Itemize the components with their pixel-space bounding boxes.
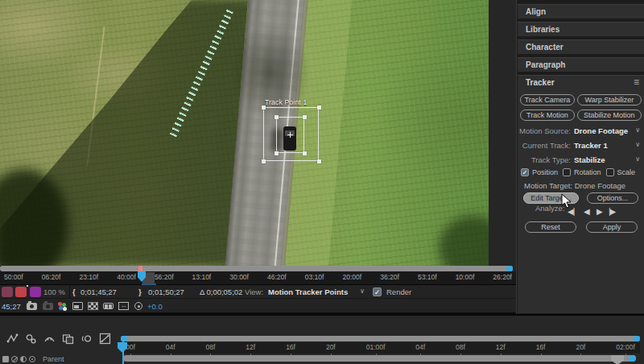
view-label: View: [245,287,263,296]
apply-button[interactable]: Apply [586,221,638,233]
panel-menu-icon[interactable]: ≡ [634,76,639,89]
track-camera-button[interactable]: Track Camera [520,94,575,105]
track-handle[interactable] [275,151,279,155]
current-track-label: Current Track: [518,141,571,150]
track-handle[interactable] [303,151,307,155]
track-handle[interactable] [317,105,321,110]
track-point-label: Track Point 1 [265,98,307,106]
current-time-display[interactable]: 45;27 [2,302,21,311]
set-in-point-button[interactable]: { [72,287,76,296]
warp-stabilizer-button[interactable]: Warp Stabilizer [577,94,642,105]
rotation-checkbox[interactable] [563,168,571,176]
show-snapshot-icon[interactable] [43,301,53,311]
track-handle[interactable] [303,115,307,119]
ruler-tick: 04f [415,343,425,354]
navigator-end-cap[interactable] [506,266,513,271]
ruler-tick: 20f [576,343,585,354]
track-handle[interactable] [317,159,321,163]
panel-tab-libraries[interactable]: Libraries [518,22,644,36]
out-point-time: 0;01;50;27 [148,287,184,296]
track-handle[interactable] [262,159,266,163]
shy-layers-icon[interactable] [43,333,56,345]
graph-editor-icon[interactable] [99,333,111,345]
3d-view-icon[interactable] [103,301,114,311]
badge-icon-3[interactable] [30,287,41,297]
in-out-pane-icon[interactable] [20,356,27,362]
ruler-tick: 46:20f [267,273,287,284]
motion-blur-icon[interactable] [80,333,93,345]
stabilize-motion-button[interactable]: Stabilize Motion [577,110,642,121]
analyze-forward-frame-button[interactable]: |▶ [609,207,615,216]
scale-checkbox[interactable] [606,168,614,176]
panel-tab-character[interactable]: Character [518,39,644,54]
exposure-icon[interactable] [134,301,144,311]
badge-icon-1[interactable] [2,287,13,297]
tracker-panel: Tracker ≡ Track Camera Warp Stabilizer T… [518,75,644,313]
motion-source-dropdown[interactable]: Drone Footage [574,126,628,135]
time-navigator-bar[interactable] [0,266,513,271]
ruler-tick: 13:10f [192,273,212,284]
comp-marker-button[interactable] [611,355,624,364]
motion-source-label: Motion Source: [518,126,571,135]
set-out-point-button[interactable]: } [138,287,142,296]
mini-flowchart-icon[interactable] [6,333,19,345]
ruler-tick: 10:00f [456,273,475,284]
analyze-label: Analyze: [535,204,564,213]
draft-3d-icon[interactable] [25,333,37,345]
track-handle[interactable] [275,115,279,119]
panel-tab-paragraph[interactable]: Paragraph [518,57,644,72]
exposure-value[interactable]: +0.0 [147,302,163,311]
ruler-tick: 03:10f [305,273,324,284]
render-checkbox[interactable]: ✓ [373,287,382,296]
layer-time-ruler[interactable]: 50:00f 06:20f 23:10f 40:00f 56:20f 13:10… [0,271,516,285]
options-button[interactable]: Options... [587,192,638,204]
badge-icon-2[interactable] [15,287,27,297]
timeline-navigator-bar[interactable] [121,336,640,341]
render-label: Render [386,287,411,296]
timeline-ruler[interactable]: 00f 04f 08f 12f 16f 20f 01:00f 04f 08f 1… [121,342,640,354]
track-type-dropdown[interactable]: Stabilize [574,155,605,164]
current-track-dropdown[interactable]: Tracker 1 [574,141,608,150]
snapshot-camera-icon[interactable] [27,301,37,311]
footage-viewport[interactable]: Track Point 1 [0,0,489,266]
render-time-pane-icon[interactable] [29,356,35,362]
ruler-tick: 20:00f [342,273,361,284]
timeline-panel: 00f 04f 08f 12f 16f 20f 01:00f 04f 08f 1… [0,314,644,364]
tracker-panel-header[interactable]: Tracker ≡ [518,76,644,90]
attach-point[interactable] [287,132,293,138]
ruler-tick: 04f [166,343,175,354]
analyze-forward-button[interactable]: ▶ [597,207,602,216]
ruler-tick: 30:00f [229,273,249,284]
motion-target-text: Motion Target: Drone Footage [524,181,625,190]
ruler-tick: 36:20f [380,273,399,284]
chevron-down-icon[interactable]: ∨ [635,155,640,163]
layer-info-bar: 100 % { 0;01;45;27 } 0;01;50;27 Δ 0;00;0… [0,285,516,299]
chevron-down-icon[interactable]: ∨ [635,141,640,148]
region-of-interest-icon[interactable] [72,301,83,311]
tracker-panel-title: Tracker [526,78,555,87]
ruler-tick: 23:10f [79,273,98,284]
ruler-tick: 53:10f [418,273,437,284]
position-checkbox[interactable]: ✓ [521,168,529,176]
toggle-switches-icon[interactable] [2,356,9,362]
panel-tab-align[interactable]: Align [518,4,644,19]
chevron-down-icon[interactable]: ∨ [635,126,640,134]
view-dropdown[interactable]: Motion Tracker Points [268,287,348,296]
ruler-tick: 26:20f [493,273,512,284]
chevron-down-icon[interactable]: ∨ [360,287,365,295]
analyze-backward-button[interactable]: ◀ [584,207,589,216]
transfer-controls-icon[interactable] [11,356,18,362]
road-shadow-patch [230,24,311,121]
show-channel-icon[interactable] [57,301,68,311]
pixel-aspect-icon[interactable]: ↔ [118,301,129,311]
frame-blend-icon[interactable] [62,333,74,345]
position-label: Position [532,168,558,176]
reset-button[interactable]: Reset [525,221,576,233]
rotation-label: Rotation [574,168,601,176]
track-motion-button[interactable]: Track Motion [520,110,575,121]
zoom-level-dropdown[interactable]: 100 % [43,287,65,296]
transparency-grid-icon[interactable] [88,301,98,311]
timeline-scrollbar[interactable] [123,355,636,362]
ruler-tick: 16f [536,343,546,354]
badge-dot [27,285,28,287]
